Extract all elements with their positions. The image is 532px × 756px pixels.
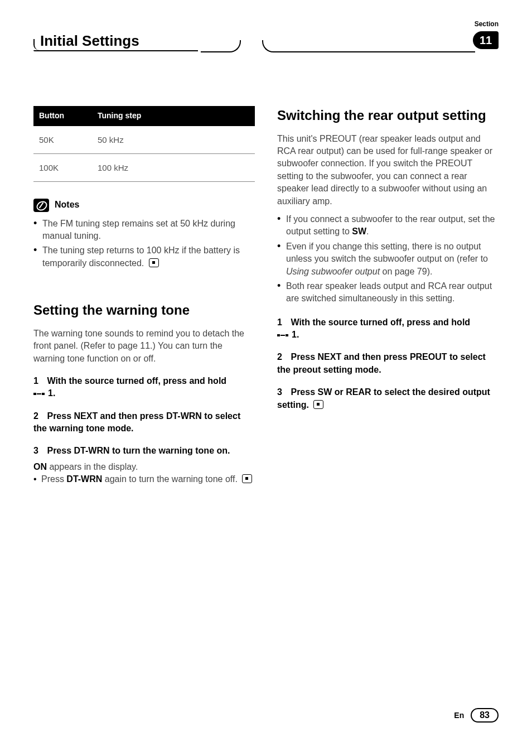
svg-rect-4 [280, 335, 285, 336]
sub-text: Press [41, 474, 66, 484]
step-text-part: Press [291, 352, 317, 362]
end-of-section-icon [242, 474, 252, 483]
step-number: 2 [277, 351, 288, 363]
step-text: Press NEXT and then press PREOUT to sele… [277, 352, 486, 374]
step-1: 1 With the source turned off, press and … [33, 375, 255, 400]
cross-ref: Using subwoofer output [286, 267, 380, 276]
page-number: 83 [471, 708, 499, 723]
step-text-part: 1 [292, 330, 297, 339]
button-label: NEXT [74, 411, 98, 421]
content-columns: Button Tuning step 50K 50 kHz 100K 100 k… [33, 106, 499, 486]
slider-icon [33, 391, 47, 397]
step-text-part: and then press [98, 411, 166, 421]
left-column: Button Tuning step 50K 50 kHz 100K 100 k… [33, 106, 255, 486]
step-text: With the source turned off, press and ho… [33, 376, 226, 398]
step-text: With the source turned off, press and ho… [277, 317, 470, 339]
step-text-part: 1 [48, 388, 53, 398]
header-rule-right [262, 40, 475, 52]
table-header-button: Button [33, 106, 92, 126]
step-text: Press SW or REAR to select the desired o… [277, 387, 490, 409]
bullet-text: If you connect a subwoofer to the rear o… [286, 214, 495, 236]
rear-output-intro: This unit's PREOUT (rear speaker leads o… [277, 133, 499, 208]
button-label: NEXT [318, 352, 342, 362]
step-number: 3 [33, 445, 45, 457]
page-title: Initial Settings [33, 32, 139, 50]
right-column: Switching the rear output setting This u… [277, 106, 499, 486]
table-row: 100K 100 kHz [33, 153, 255, 181]
end-of-section-icon [313, 400, 323, 409]
cell-button: 100K [33, 153, 92, 181]
step-text-part: to turn the warning tone on. [109, 446, 230, 455]
header-rule-left [33, 50, 198, 51]
svg-rect-2 [42, 393, 45, 395]
list-item: Both rear speaker leads output and RCA r… [277, 280, 499, 305]
step-text-part: . [297, 330, 299, 339]
warning-tone-intro: The warning tone sounds to remind you to… [33, 328, 255, 365]
step-number: 1 [277, 316, 288, 329]
step-3-sub: Press DT-WRN again to turn the warning t… [33, 473, 255, 485]
step-text: Press NEXT and then press DT-WRN to sele… [33, 411, 240, 433]
section-heading-rear-output: Switching the rear output setting [277, 106, 499, 125]
bullet-text: . [366, 227, 369, 236]
step-text-part: or [332, 387, 346, 397]
bullet-text: Even if you change this setting, there i… [286, 242, 488, 263]
notes-list: The FM tuning step remains set at 50 kHz… [33, 218, 255, 270]
sub-text: again to turn the warning tone off. [102, 474, 238, 484]
svg-rect-0 [33, 393, 36, 395]
section-number-badge: 11 [473, 31, 499, 49]
step-text-part: Press [47, 411, 74, 421]
step-text-part: With the source turned off, press and ho… [291, 317, 470, 327]
list-item: If you connect a subwoofer to the rear o… [277, 213, 499, 238]
step-number: 3 [277, 386, 288, 398]
button-label: REAR [346, 387, 371, 397]
svg-rect-1 [37, 393, 41, 394]
language-code: En [454, 711, 464, 720]
pencil-note-icon [33, 199, 49, 212]
step-3-result: ON appears in the display. [33, 461, 255, 473]
button-label: DT-WRN [166, 411, 202, 421]
button-label: SW [352, 227, 366, 236]
button-label: DT-WRN [66, 474, 102, 484]
step-text-part: . [53, 388, 55, 398]
notes-heading: Notes [33, 199, 255, 212]
end-of-section-icon [149, 258, 159, 267]
cell-button: 50K [33, 126, 92, 154]
svg-rect-5 [286, 334, 288, 336]
step-text-part: Press [291, 387, 317, 397]
header-rule-left-curve [201, 40, 241, 52]
cell-step: 50 kHz [92, 126, 255, 154]
svg-rect-3 [277, 334, 280, 336]
note-text: The tuning step returns to 100 kHz if th… [42, 245, 240, 267]
table-header-row: Button Tuning step [33, 106, 255, 126]
section-label: Section [475, 20, 499, 28]
note-item: The FM tuning step remains set at 50 kHz… [33, 218, 255, 243]
button-label: PREOUT [410, 352, 447, 362]
step-3: 3 Press SW or REAR to select the desired… [277, 386, 499, 411]
result-text: appears in the display. [47, 462, 138, 471]
bullet-text: on page 79). [380, 267, 432, 276]
rear-output-bullets: If you connect a subwoofer to the rear o… [277, 213, 499, 305]
step-3: 3 Press DT-WRN to turn the warning tone … [33, 445, 255, 457]
step-text: Press DT-WRN to turn the warning tone on… [47, 446, 230, 455]
step-text-part: Press [47, 446, 74, 455]
step-1: 1 With the source turned off, press and … [277, 316, 499, 341]
step-number: 1 [33, 375, 45, 387]
button-label: DT-WRN [74, 446, 110, 455]
step-text-part: With the source turned off, press and ho… [47, 376, 226, 386]
cell-step: 100 kHz [92, 153, 255, 181]
on-label: ON [33, 462, 47, 471]
step-text-part: and then press [341, 352, 410, 362]
page-header: Initial Settings 11 [33, 32, 499, 52]
slider-icon [277, 333, 291, 338]
note-item: The tuning step returns to 100 kHz if th… [33, 244, 255, 269]
manual-page: Section Initial Settings 11 Button Tunin… [0, 0, 532, 756]
button-label: SW [318, 387, 332, 397]
table-row: 50K 50 kHz [33, 126, 255, 154]
step-number: 2 [33, 410, 45, 422]
list-item: Even if you change this setting, there i… [277, 240, 499, 278]
step-2: 2 Press NEXT and then press DT-WRN to se… [33, 410, 255, 435]
page-footer: En 83 [454, 708, 499, 723]
notes-title: Notes [55, 199, 79, 211]
table-header-tuning: Tuning step [92, 106, 255, 126]
section-heading-warning-tone: Setting the warning tone [33, 301, 255, 320]
